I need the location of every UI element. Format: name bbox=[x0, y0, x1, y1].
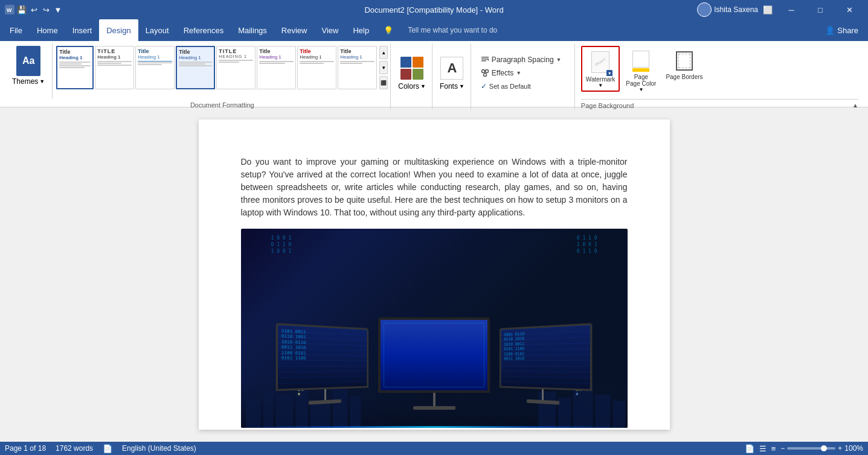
watermark-arrow: ▼ bbox=[598, 83, 603, 88]
gallery-item-5[interactable]: TITLE HEADING 1 bbox=[216, 46, 256, 89]
customize-icon[interactable]: ▼ bbox=[53, 5, 63, 14]
gallery-scroll-down[interactable]: ▼ bbox=[379, 61, 388, 74]
checkmark-icon: ✓ bbox=[481, 82, 487, 91]
watermark-icon: DRAFT ▼ bbox=[590, 49, 611, 75]
gallery-item-7[interactable]: Title Heading 1 bbox=[297, 46, 336, 89]
set-default-button[interactable]: ✓ Set as Default bbox=[478, 81, 568, 92]
page-color-button[interactable]: Page Page Color ▼ bbox=[622, 46, 660, 95]
themes-label: Themes bbox=[12, 77, 38, 86]
svg-point-7 bbox=[485, 70, 488, 73]
redo-icon[interactable]: ↪ bbox=[41, 5, 51, 14]
gallery-item-4[interactable]: Title Heading 1 bbox=[176, 46, 215, 89]
swatch-orange bbox=[413, 57, 423, 68]
layout-icon-3[interactable]: ≡ bbox=[771, 444, 776, 453]
paragraph-spacing-icon bbox=[481, 56, 489, 64]
set-default-label: Set as Default bbox=[489, 83, 531, 90]
svg-rect-2 bbox=[481, 57, 489, 58]
window-controls: ─ □ ✕ bbox=[777, 0, 863, 19]
zoom-slider[interactable] bbox=[787, 447, 835, 450]
status-bar-left: Page 1 of 18 1762 words 📄 English (Unite… bbox=[5, 444, 196, 453]
lightbulb-icon: 💡 bbox=[376, 19, 400, 41]
tell-me-input[interactable]: Tell me what you want to do bbox=[400, 19, 504, 41]
menu-layout[interactable]: Layout bbox=[138, 19, 176, 41]
save-icon[interactable]: 💾 bbox=[17, 5, 27, 14]
gallery-item-6[interactable]: Title Heading 1 bbox=[257, 46, 296, 89]
page-indicator[interactable]: Page 1 of 18 bbox=[5, 444, 46, 453]
user-area[interactable]: Ishita Saxena bbox=[697, 2, 758, 17]
undo-icon[interactable]: ↩ bbox=[29, 5, 39, 14]
svg-rect-3 bbox=[481, 59, 489, 60]
swatch-green bbox=[413, 69, 423, 80]
page-borders-label: Page Borders bbox=[666, 74, 702, 80]
menu-help[interactable]: Help bbox=[346, 19, 376, 41]
zoom-minus[interactable]: − bbox=[780, 444, 785, 453]
menu-review[interactable]: Review bbox=[274, 19, 315, 41]
center-screen bbox=[378, 317, 490, 393]
maximize-button[interactable]: □ bbox=[806, 0, 834, 19]
right-screen: 1001 01100110 10101010 00110101 11001100… bbox=[500, 323, 592, 391]
restore-icon[interactable]: ⬜ bbox=[763, 5, 773, 14]
gallery-scroll-up[interactable]: ▲ bbox=[379, 46, 388, 59]
fonts-arrow: ▼ bbox=[459, 83, 465, 89]
layout-icon-2[interactable]: ☰ bbox=[759, 444, 767, 453]
themes-icon: Aa bbox=[22, 56, 34, 66]
fonts-button[interactable]: A Fonts ▼ bbox=[437, 48, 467, 99]
svg-point-6 bbox=[481, 70, 484, 73]
title-bar: W 💾 ↩ ↪ ▼ Document2 [Compatibility Mode]… bbox=[0, 0, 868, 19]
effects-button[interactable]: Effects ▼ bbox=[478, 68, 568, 78]
colors-button[interactable]: Colors ▼ bbox=[396, 48, 428, 99]
doc-format-label: Document Formatting bbox=[56, 100, 388, 110]
page-borders-button[interactable]: Page Borders bbox=[662, 46, 706, 83]
matrix-overlay-left: 1 0 0 10 1 1 01 0 0 1 bbox=[271, 235, 292, 255]
share-button[interactable]: 👤 Share bbox=[818, 19, 866, 41]
menu-home[interactable]: Home bbox=[30, 19, 65, 41]
themes-button[interactable]: Aa Themes ▼ bbox=[10, 43, 47, 88]
document-page[interactable]: Do you want to improve your gaming or mu… bbox=[199, 119, 670, 430]
paragraph-spacing-label: Paragraph Spacing bbox=[492, 56, 554, 64]
layout-icon-1[interactable]: 📄 bbox=[745, 444, 754, 453]
matrix-overlay-right: 0 1 1 01 0 0 10 1 1 0 bbox=[577, 235, 597, 255]
svg-rect-4 bbox=[481, 60, 486, 62]
left-monitor: 1101 00110110 10011010 01100011 10101100… bbox=[276, 323, 368, 406]
paragraph-spacing-arrow: ▼ bbox=[556, 57, 562, 63]
zoom-control[interactable]: − + 100% bbox=[780, 444, 863, 453]
watermark-button[interactable]: DRAFT ▼ Watermark ▼ bbox=[581, 46, 620, 92]
left-screen: 1101 00110110 10011010 01100011 10101100… bbox=[276, 323, 368, 391]
gallery-item-1[interactable]: Title Heading 1 bbox=[56, 46, 94, 89]
gallery-item-2[interactable]: TITLE Heading 1 bbox=[95, 46, 134, 89]
page-borders-icon bbox=[674, 48, 695, 74]
svg-text:W: W bbox=[7, 7, 12, 13]
zoom-level[interactable]: 100% bbox=[844, 444, 863, 453]
title-bar-left: W 💾 ↩ ↪ ▼ bbox=[5, 5, 63, 14]
fonts-label: Fonts bbox=[440, 82, 458, 91]
gallery-item-8[interactable]: Title Heading 1 bbox=[338, 46, 377, 89]
menu-mailings[interactable]: Mailings bbox=[231, 19, 274, 41]
menu-view[interactable]: View bbox=[314, 19, 346, 41]
document-area: Do you want to improve your gaming or mu… bbox=[0, 107, 868, 442]
language[interactable]: English (United States) bbox=[122, 444, 196, 453]
menu-file[interactable]: File bbox=[2, 19, 30, 41]
doc-icon[interactable]: 📄 bbox=[103, 444, 112, 453]
page-color-label: Page bbox=[634, 74, 648, 80]
menu-references[interactable]: References bbox=[176, 19, 231, 41]
gallery-item-3[interactable]: Title Heading 1 bbox=[135, 46, 175, 89]
paragraph-spacing-button[interactable]: Paragraph Spacing ▼ bbox=[478, 54, 568, 65]
monitor-setup: 1101 00110110 10011010 01100011 10101100… bbox=[241, 229, 628, 428]
swatch-red bbox=[400, 69, 411, 80]
close-button[interactable]: ✕ bbox=[835, 0, 863, 19]
menu-bar: File Home Insert Design Layout Reference… bbox=[0, 19, 868, 41]
swatch-blue bbox=[400, 57, 411, 68]
zoom-plus[interactable]: + bbox=[838, 444, 842, 453]
word-icon: W bbox=[5, 5, 14, 14]
themes-section: Aa Themes ▼ bbox=[5, 43, 53, 99]
document-paragraph-1: Do you want to improve your gaming or mu… bbox=[241, 156, 628, 219]
watermark-label: Watermark bbox=[586, 76, 616, 83]
title-bar-title: Document2 [Compatibility Mode] - Word bbox=[364, 5, 503, 14]
menu-insert[interactable]: Insert bbox=[65, 19, 100, 41]
gallery-scroll-more[interactable]: ⬛ bbox=[379, 76, 388, 89]
minimize-button[interactable]: ─ bbox=[777, 0, 805, 19]
menu-design[interactable]: Design bbox=[99, 19, 138, 41]
ribbon-collapse-button[interactable]: ▲ bbox=[852, 102, 858, 109]
word-count[interactable]: 1762 words bbox=[56, 444, 93, 453]
username: Ishita Saxena bbox=[714, 5, 758, 14]
